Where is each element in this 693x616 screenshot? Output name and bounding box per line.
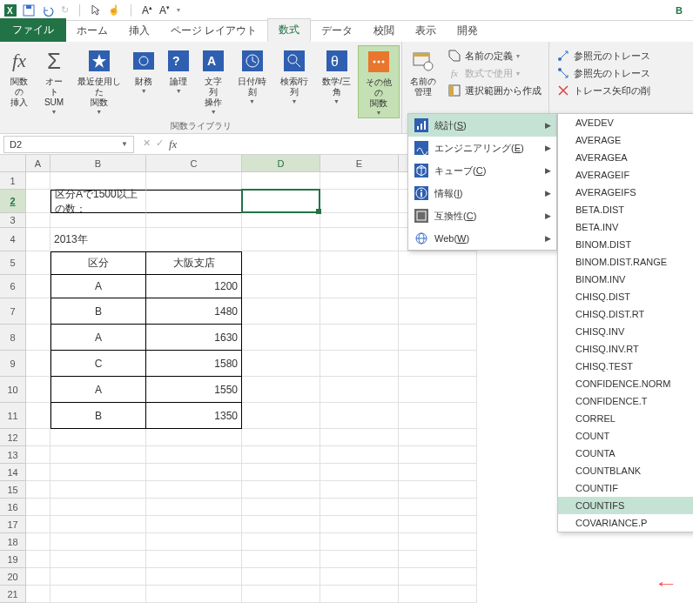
datetime-button[interactable]: 日付/時刻 ▼: [231, 45, 273, 106]
define-name-button[interactable]: 名前の定義▾: [447, 49, 542, 63]
cell-E12[interactable]: [320, 429, 399, 446]
cell-C9[interactable]: 1580: [146, 351, 242, 377]
row-header-3[interactable]: 3: [0, 213, 26, 228]
more-functions-button[interactable]: その他の 関数 ▼: [358, 45, 400, 118]
cell-A7[interactable]: [26, 298, 50, 325]
cell-B14[interactable]: [50, 464, 146, 481]
cell-F12[interactable]: [399, 429, 477, 446]
cell-C5[interactable]: 大阪支店: [146, 251, 242, 275]
fn-item-counta[interactable]: COUNTA: [558, 445, 693, 462]
fn-item-avedev[interactable]: AVEDEV: [558, 114, 693, 131]
cell-F13[interactable]: [399, 446, 477, 464]
cell-E2[interactable]: [320, 190, 399, 213]
row-header-20[interactable]: 20: [0, 568, 26, 586]
cell-B20[interactable]: [50, 568, 146, 586]
fn-item-chisq-test[interactable]: CHISQ.TEST: [558, 358, 693, 375]
fn-item-covariance-p[interactable]: COVARIANCE.P: [558, 514, 693, 532]
cell-F8[interactable]: [399, 325, 477, 351]
cell-A13[interactable]: [26, 446, 50, 464]
save-icon[interactable]: [23, 4, 35, 17]
cell-A16[interactable]: [26, 499, 50, 516]
col-header-A[interactable]: A: [26, 155, 50, 171]
cell-F20[interactable]: [399, 568, 477, 586]
row-header-14[interactable]: 14: [0, 464, 26, 481]
cell-F7[interactable]: [399, 298, 477, 325]
cell-C13[interactable]: [146, 446, 242, 464]
cell-B13[interactable]: [50, 446, 146, 464]
trace-precedents-button[interactable]: 参照元のトレース: [556, 49, 650, 63]
cell-C15[interactable]: [146, 481, 242, 499]
cell-A9[interactable]: [26, 351, 50, 377]
cell-D7[interactable]: [242, 298, 320, 325]
fn-item-beta-inv[interactable]: BETA.INV: [558, 218, 693, 236]
cell-A17[interactable]: [26, 516, 50, 533]
cell-C14[interactable]: [146, 464, 242, 481]
cell-C2[interactable]: [146, 190, 242, 213]
cell-E15[interactable]: [320, 481, 399, 499]
decrease-font-icon[interactable]: A▾: [159, 4, 170, 17]
menu-item-information[interactable]: 情報(I) ▶: [408, 182, 556, 204]
menu-item-cube[interactable]: キューブ(C) ▶: [408, 159, 556, 182]
row-header-15[interactable]: 15: [0, 481, 26, 499]
cell-D10[interactable]: [242, 377, 320, 403]
trace-dependents-button[interactable]: 参照先のトレース: [556, 66, 650, 80]
cell-C3[interactable]: [146, 213, 242, 228]
fn-item-confidence-t[interactable]: CONFIDENCE.T: [558, 392, 693, 410]
cell-D20[interactable]: [242, 568, 320, 586]
tab-home[interactable]: ホーム: [66, 20, 118, 42]
cell-C17[interactable]: [146, 516, 242, 533]
cell-E9[interactable]: [320, 351, 399, 377]
cell-B5[interactable]: 区分: [50, 251, 146, 275]
cell-A15[interactable]: [26, 481, 50, 499]
menu-item-statistics[interactable]: 統計(S) ▶: [408, 114, 556, 137]
cell-A6[interactable]: [26, 275, 50, 298]
cell-D18[interactable]: [242, 533, 320, 551]
fn-item-countifs[interactable]: COUNTIFS: [558, 497, 693, 514]
cell-B10[interactable]: A: [50, 377, 146, 403]
name-box[interactable]: D2 ▼: [3, 136, 134, 153]
cell-B17[interactable]: [50, 516, 146, 533]
cell-B8[interactable]: A: [50, 325, 146, 351]
cell-C21[interactable]: [146, 586, 242, 603]
cell-B2[interactable]: 区分Aで1500以上の数：: [50, 190, 146, 213]
tab-file[interactable]: ファイル: [0, 18, 66, 42]
fn-item-countblank[interactable]: COUNTBLANK: [558, 462, 693, 479]
cell-F9[interactable]: [399, 351, 477, 377]
tab-formula[interactable]: 数式: [267, 18, 311, 42]
cell-D4[interactable]: [242, 228, 320, 251]
cell-C1[interactable]: [146, 172, 242, 190]
cell-E14[interactable]: [320, 464, 399, 481]
remove-arrows-button[interactable]: トレース矢印の削: [556, 84, 650, 97]
row-header-1[interactable]: 1: [0, 172, 26, 190]
cell-B21[interactable]: [50, 586, 146, 603]
cell-A10[interactable]: [26, 377, 50, 403]
cell-F21[interactable]: [399, 586, 477, 603]
fn-item-correl[interactable]: CORREL: [558, 410, 693, 427]
cell-C11[interactable]: 1350: [146, 403, 242, 429]
row-header-12[interactable]: 12: [0, 429, 26, 446]
cell-E10[interactable]: [320, 377, 399, 403]
cell-F5[interactable]: [399, 251, 477, 275]
tab-insert[interactable]: 挿入: [118, 20, 160, 42]
cell-E3[interactable]: [320, 213, 399, 228]
fn-item-chisq-dist[interactable]: CHISQ.DIST: [558, 288, 693, 305]
cell-A19[interactable]: [26, 551, 50, 568]
fx-bar-icon[interactable]: fx: [169, 137, 177, 151]
use-formula-button[interactable]: fx 数式で使用▾: [447, 66, 542, 80]
cell-D16[interactable]: [242, 499, 320, 516]
cell-E7[interactable]: [320, 298, 399, 325]
cell-B19[interactable]: [50, 551, 146, 568]
cell-D2[interactable]: [242, 190, 320, 213]
cell-A1[interactable]: [26, 172, 50, 190]
namebox-dropdown-icon[interactable]: ▼: [121, 140, 128, 148]
cell-E4[interactable]: [320, 228, 399, 251]
cell-F6[interactable]: [399, 275, 477, 298]
cell-B6[interactable]: A: [50, 275, 146, 298]
fn-item-binom-inv[interactable]: BINOM.INV: [558, 271, 693, 288]
touch-icon[interactable]: ☝: [108, 4, 120, 16]
col-header-B[interactable]: B: [50, 155, 146, 171]
row-header-10[interactable]: 10: [0, 377, 26, 403]
increase-font-icon[interactable]: A▴: [142, 4, 152, 17]
cell-E16[interactable]: [320, 499, 399, 516]
cell-E21[interactable]: [320, 586, 399, 603]
